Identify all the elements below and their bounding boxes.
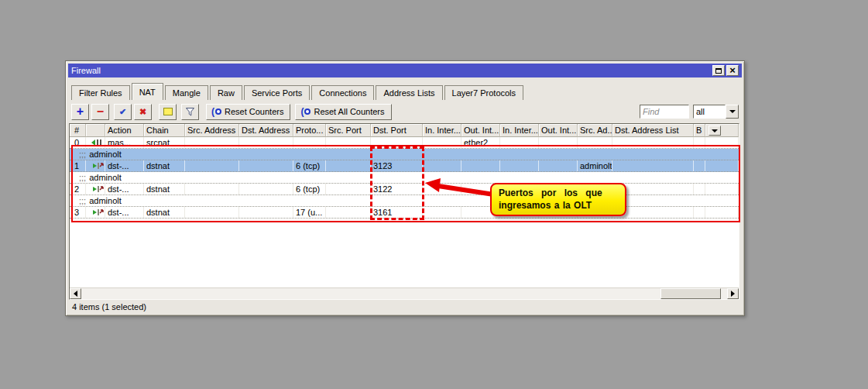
comment-text: adminolt	[89, 196, 122, 205]
filter-scope-dropdown-button[interactable]	[726, 105, 739, 119]
enable-rule-button[interactable]: ✔	[114, 104, 132, 120]
reset-all-counters-icon: (	[300, 106, 310, 117]
rule-action: dst-...	[105, 184, 144, 194]
rule-chain: srcnat	[144, 137, 185, 148]
nat-rules-table: # Action Chain Src. Address Dst. Address…	[69, 123, 739, 300]
remove-rule-button[interactable]: −	[91, 104, 109, 120]
scrollbar-thumb[interactable]	[660, 288, 721, 299]
col-header-action[interactable]: Action	[105, 124, 144, 137]
col-header-src-address[interactable]: Src. Address	[185, 124, 239, 137]
col-header-icon[interactable]	[86, 124, 105, 137]
table-row-comment[interactable]: ;;;adminolt	[70, 195, 739, 207]
comment-button[interactable]	[159, 104, 177, 120]
col-header-filler	[705, 124, 739, 137]
arrow-right-icon	[731, 291, 735, 297]
tab-mangle[interactable]: Mangle	[165, 85, 208, 100]
comment-prefix: ;;;	[79, 150, 86, 159]
tab-address-lists[interactable]: Address Lists	[376, 85, 442, 100]
dropdown-icon	[729, 110, 736, 113]
maximize-button[interactable]	[712, 65, 725, 76]
rule-action: mas...	[105, 137, 144, 148]
dst-nat-icon	[91, 162, 104, 170]
scroll-right-button[interactable]	[727, 288, 739, 299]
rule-dst-port: 3161	[371, 207, 423, 218]
annotation-callout: Puertos por los que ingresamos a la OLT	[490, 183, 626, 216]
reset-counters-button[interactable]: ( Reset Counters	[206, 104, 290, 120]
close-button[interactable]	[726, 65, 739, 76]
rule-number: 0	[70, 137, 86, 148]
tab-layer7-protocols[interactable]: Layer7 Protocols	[444, 85, 524, 100]
col-header-dst-address[interactable]: Dst. Address	[239, 124, 293, 137]
table-row-comment[interactable]: ;;;adminolt	[70, 149, 739, 160]
table-row-rule-2[interactable]: 2 dst-... dstnat 6 (tcp) 3122	[70, 184, 739, 195]
funnel-icon	[185, 107, 195, 117]
dropdown-icon	[712, 129, 718, 133]
titlebar[interactable]: Firewall	[68, 64, 742, 77]
callout-text-line2: ingresamos a la OLT	[499, 199, 618, 212]
rule-number: 2	[70, 184, 86, 194]
rule-chain: dstnat	[144, 160, 185, 171]
table-row-rule-1[interactable]: 1 dst-... dstnat 6 (tcp) 3123 adminolt	[70, 160, 739, 172]
rule-chain: dstnat	[144, 207, 185, 218]
disable-rule-button[interactable]: ✖	[134, 104, 152, 120]
col-header-in-interface[interactable]: In. Inter...	[423, 124, 461, 137]
col-header-out-interface-list[interactable]: Out. Int...	[539, 124, 578, 137]
comment-note-icon	[163, 108, 173, 115]
col-header-dst-address-list[interactable]: Dst. Address List	[612, 124, 694, 137]
comment-text: adminolt	[89, 173, 122, 182]
plus-icon: +	[77, 106, 84, 117]
rule-number: 1	[70, 160, 86, 171]
table-row-rule-0[interactable]: 0 mas... srcnat ether2	[70, 137, 739, 149]
tab-filter-rules[interactable]: Filter Rules	[71, 85, 130, 100]
rule-out-interface: ether2	[461, 137, 500, 148]
tab-connections[interactable]: Connections	[311, 85, 374, 100]
check-icon: ✔	[119, 107, 126, 117]
scroll-left-button[interactable]	[70, 288, 81, 299]
col-header-chain[interactable]: Chain	[144, 124, 185, 137]
rule-chain: dstnat	[144, 184, 185, 194]
col-header-bytes[interactable]: B	[694, 124, 705, 137]
col-header-src-address-list[interactable]: Src. Ad...	[578, 124, 612, 137]
table-empty-area	[70, 219, 739, 287]
status-bar: 4 items (1 selected)	[68, 300, 742, 313]
rule-number: 3	[70, 207, 86, 218]
tab-service-ports[interactable]: Service Ports	[244, 85, 310, 100]
horizontal-scrollbar[interactable]	[70, 287, 739, 299]
rule-protocol: 17 (u...	[293, 207, 326, 218]
col-header-src-port[interactable]: Src. Port	[326, 124, 371, 137]
rule-dst-port: 3123	[371, 160, 423, 171]
rule-src-address-list: adminolt	[578, 160, 612, 171]
reset-counters-icon: (	[211, 106, 221, 117]
cross-icon: ✖	[139, 107, 146, 117]
col-header-dst-port[interactable]: Dst. Port	[371, 124, 423, 137]
col-header-in-interface-list[interactable]: In. Inter...	[500, 124, 539, 137]
col-header-number[interactable]: #	[70, 124, 86, 137]
firewall-window: Firewall Filter Rules NAT Mangle Raw Ser…	[65, 60, 745, 316]
col-header-out-interface[interactable]: Out. Int...	[461, 124, 500, 137]
table-row-comment[interactable]: ;;;adminolt	[70, 172, 739, 184]
reset-counters-label: Reset Counters	[225, 107, 283, 116]
rule-dst-port: 3122	[371, 184, 423, 194]
rule-protocol: 6 (tcp)	[293, 160, 326, 171]
toolbar: + − ✔ ✖ ( Reset Counters ( Reset All Cou…	[68, 100, 742, 123]
minus-icon: −	[97, 106, 104, 117]
add-rule-button[interactable]: +	[71, 104, 89, 120]
column-options-button[interactable]	[708, 126, 721, 136]
tab-nat[interactable]: NAT	[132, 83, 163, 100]
maximize-icon	[715, 68, 722, 74]
tabstrip: Filter Rules NAT Mangle Raw Service Port…	[68, 77, 742, 100]
callout-text-line1: Puertos por los que	[499, 187, 618, 199]
tab-raw[interactable]: Raw	[210, 85, 242, 100]
filter-button[interactable]	[181, 104, 199, 120]
col-header-protocol[interactable]: Proto...	[293, 124, 326, 137]
rule-protocol: 6 (tcp)	[293, 184, 326, 194]
table-row-rule-3[interactable]: 3 dst-... dstnat 17 (u... 3161	[70, 207, 739, 219]
comment-prefix: ;;;	[79, 196, 86, 205]
find-input[interactable]	[640, 105, 689, 119]
reset-all-counters-button[interactable]: ( Reset All Counters	[295, 104, 391, 120]
comment-prefix: ;;;	[79, 173, 86, 182]
desktop: Firewall Filter Rules NAT Mangle Raw Ser…	[0, 0, 868, 389]
filter-scope-combobox[interactable]: all	[693, 105, 726, 119]
dst-nat-icon	[91, 185, 104, 193]
rule-action: dst-...	[105, 160, 144, 171]
